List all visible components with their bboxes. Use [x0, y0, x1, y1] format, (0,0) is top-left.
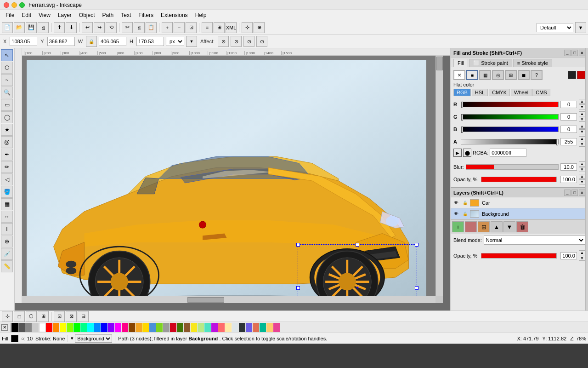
y-input[interactable]: [47, 37, 75, 46]
color-swatch-teal[interactable]: [204, 323, 211, 332]
color-swatch-peach[interactable]: [253, 323, 259, 332]
color-swatch-lime[interactable]: [156, 323, 163, 332]
zoom-out-button[interactable]: −: [174, 22, 185, 33]
close-button[interactable]: [4, 2, 9, 8]
r-input[interactable]: [560, 101, 577, 108]
color-swatch-brown[interactable]: [129, 323, 135, 332]
maximize-button[interactable]: [19, 2, 25, 8]
save-button[interactable]: 💾: [26, 22, 37, 33]
blend-mode-select[interactable]: Normal Multiply Screen Overlay: [484, 236, 585, 245]
a-down[interactable]: ▼: [579, 142, 585, 147]
color-swatch-silver[interactable]: [163, 323, 170, 332]
rect-tool[interactable]: ▭: [1, 99, 13, 111]
pen-tool[interactable]: ✒: [1, 149, 13, 161]
fs-maximize-btn[interactable]: □: [571, 50, 578, 56]
color-swatch-gray[interactable]: [25, 323, 32, 332]
b-up[interactable]: ▲: [579, 124, 585, 129]
flat-color-btn[interactable]: ■: [466, 70, 478, 80]
color-swatch-lightgray[interactable]: [32, 323, 39, 332]
window-controls[interactable]: [4, 2, 25, 8]
cmyk-tab[interactable]: CMYK: [489, 89, 510, 96]
color-swatch-sienna[interactable]: [184, 323, 190, 332]
select-tool[interactable]: ↖: [1, 49, 13, 61]
snap-button[interactable]: ⊹: [242, 22, 253, 33]
lock-aspect-button[interactable]: 🔒: [86, 36, 97, 47]
undo-hist-button[interactable]: ⟲: [106, 22, 117, 33]
undo-button[interactable]: ↩: [82, 22, 93, 33]
zoom-in-button[interactable]: +: [162, 22, 173, 33]
blur-slider[interactable]: [466, 164, 559, 170]
ellipse-tool[interactable]: ◯: [1, 111, 13, 123]
pattern-btn[interactable]: ⊞: [505, 70, 517, 80]
a-slider[interactable]: [461, 139, 559, 144]
canvas-content[interactable]: +: [22, 56, 443, 303]
snap-grid-btn[interactable]: ⊞: [38, 311, 49, 322]
wheel-tab[interactable]: Wheel: [511, 89, 531, 96]
connector-tool[interactable]: ↔: [1, 211, 13, 223]
menu-extensions[interactable]: Extensions: [157, 11, 192, 19]
color-swatch-darkgreen[interactable]: [177, 323, 183, 332]
b-slider[interactable]: [461, 126, 559, 132]
fs-close-btn[interactable]: ×: [579, 50, 585, 56]
affect-btn2[interactable]: ⊙: [231, 36, 242, 47]
unit-dropdown-btn[interactable]: ▼: [186, 36, 197, 47]
b-down[interactable]: ▼: [579, 129, 585, 134]
color-swatch-ferrari-orange[interactable]: [136, 323, 142, 332]
affect-btn1[interactable]: ⊙: [218, 36, 229, 47]
color-swatch-mint[interactable]: [198, 323, 204, 332]
color-swatch-honey[interactable]: [266, 323, 273, 332]
layers-maximize-btn[interactable]: □: [571, 190, 578, 196]
snap-enable-btn[interactable]: ⊹: [2, 311, 13, 322]
swatch-btn[interactable]: ◼: [518, 70, 530, 80]
rgb-tab[interactable]: RGB: [453, 89, 471, 96]
color-swatch-red[interactable]: [46, 323, 52, 332]
tab-stroke-style[interactable]: ≡ Stroke style: [513, 59, 552, 67]
menu-help[interactable]: Help: [192, 11, 210, 19]
zoom-dropdown-btn[interactable]: ▼: [575, 22, 586, 33]
zoom-fit-button[interactable]: ⊡: [186, 22, 197, 33]
hsl-tab[interactable]: HSL: [472, 89, 488, 96]
tab-fill[interactable]: Fill: [453, 59, 468, 67]
horizontal-scrollbar[interactable]: [22, 296, 435, 303]
snap-opt3-btn[interactable]: ⊟: [78, 311, 89, 322]
add-layer-btn[interactable]: +: [452, 221, 464, 232]
bg-visibility-toggle[interactable]: 👁: [452, 210, 460, 218]
cursor-button[interactable]: ⊕: [254, 22, 265, 33]
r-slider[interactable]: [461, 102, 559, 107]
layer-selector[interactable]: Background Car: [75, 334, 112, 343]
color-swatch-blue[interactable]: [101, 323, 107, 332]
canvas-area[interactable]: |100 |200 |300 |400 |500 |600 |700 |800 …: [15, 48, 450, 310]
cut-button[interactable]: ✂: [122, 22, 133, 33]
blur-up[interactable]: ▲: [579, 161, 585, 167]
calligraph-tool[interactable]: ◁: [1, 173, 13, 185]
spiral-tool[interactable]: @: [1, 136, 13, 148]
menu-object[interactable]: Object: [75, 11, 99, 19]
menu-filters[interactable]: Filters: [135, 11, 157, 19]
pencil-tool[interactable]: ✏: [1, 161, 13, 173]
linear-gradient-btn[interactable]: ▦: [479, 70, 491, 80]
menu-view[interactable]: View: [35, 11, 54, 19]
color-swatch-orange[interactable]: [53, 323, 59, 332]
g-slider[interactable]: [461, 114, 559, 120]
opacity-slider[interactable]: [481, 177, 557, 182]
minimize-button[interactable]: [11, 2, 17, 8]
layer-item-car[interactable]: 👁 🔒 Car: [451, 197, 588, 208]
color-swatch-black[interactable]: [11, 323, 18, 332]
new-button[interactable]: 📄: [2, 22, 13, 33]
open-button[interactable]: 📂: [14, 22, 25, 33]
r-up[interactable]: ▲: [579, 99, 585, 104]
color-swatch-cyan-green[interactable]: [80, 323, 87, 332]
unknown-fill-btn[interactable]: ?: [531, 70, 543, 80]
a-input[interactable]: [560, 138, 577, 145]
merge-layer-btn[interactable]: ⊞: [478, 221, 490, 232]
snap-bbox-btn[interactable]: □: [14, 311, 25, 322]
menu-edit[interactable]: Edit: [18, 11, 35, 19]
snap-node-btn[interactable]: ⬡: [26, 311, 37, 322]
cms-tab[interactable]: CMS: [532, 89, 550, 96]
layers-close-btn[interactable]: ×: [579, 190, 585, 196]
g-input[interactable]: [560, 113, 577, 121]
align-button[interactable]: ≡: [202, 22, 213, 33]
eyedropper-tool[interactable]: 💉: [1, 248, 13, 260]
star-tool[interactable]: ★: [1, 124, 13, 136]
color-swatch-yellow[interactable]: [60, 323, 66, 332]
